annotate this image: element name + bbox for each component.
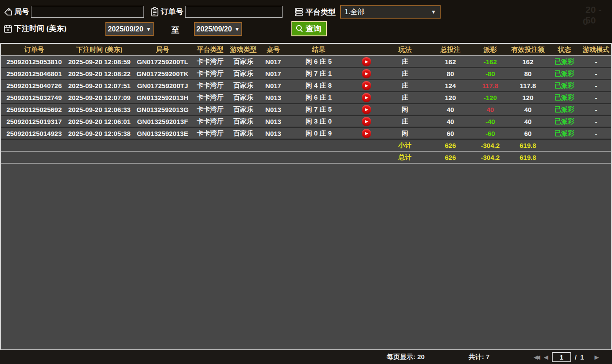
order-no-input[interactable] bbox=[185, 6, 283, 18]
play-button[interactable]: ▶ bbox=[362, 129, 371, 138]
cell-replay: ▶ bbox=[351, 81, 382, 90]
page-total: 1 bbox=[580, 353, 584, 361]
cell-total-bet: 40 bbox=[428, 106, 473, 113]
cell-replay: ▶ bbox=[351, 128, 382, 138]
subtotal-valid-bet: 619.8 bbox=[508, 142, 548, 149]
column-header: 订单号 bbox=[1, 46, 67, 54]
background-remnant-amount: 0 bbox=[583, 16, 588, 27]
column-header: 派彩 bbox=[473, 46, 508, 54]
cell-platform: 卡卡湾厅 bbox=[194, 129, 227, 138]
date-range-to-label: 至 bbox=[171, 25, 179, 35]
cell-order-no: 250920125019317 bbox=[1, 118, 67, 125]
column-header: 玩法 bbox=[382, 46, 428, 54]
date-to-button[interactable]: 2025/09/20 ▼ bbox=[194, 22, 242, 36]
cell-order-no: 250920125040726 bbox=[1, 82, 67, 89]
cell-round-no: GN017259200TL bbox=[132, 58, 194, 66]
table-row: 250920125032749 2025-09-20 12:07:09 GN01… bbox=[1, 92, 611, 104]
play-button[interactable]: ▶ bbox=[362, 57, 371, 66]
cell-result: 闲 0 庄 9 bbox=[287, 129, 351, 138]
page-input[interactable] bbox=[552, 352, 571, 362]
total-label: 总计 bbox=[382, 153, 428, 162]
cell-game-mode: - bbox=[581, 70, 611, 77]
column-header: 桌号 bbox=[260, 46, 287, 54]
cell-round-no: GN0132592013H bbox=[132, 94, 194, 101]
cell-game-type: 百家乐 bbox=[227, 70, 260, 78]
cell-platform: 卡卡湾厅 bbox=[194, 70, 227, 78]
total-total-bet: 626 bbox=[428, 154, 473, 161]
cell-valid-bet: 117.8 bbox=[508, 82, 548, 89]
date-to-value: 2025/09/20 bbox=[197, 25, 232, 33]
cell-status: 已派彩 bbox=[548, 105, 581, 114]
cell-order-no: 250920125032749 bbox=[1, 94, 67, 101]
cell-game-mode: - bbox=[581, 106, 611, 113]
cell-play-type: 庄 bbox=[382, 70, 428, 78]
pagination-prev-button[interactable]: ◀ bbox=[544, 354, 548, 360]
tag-icon bbox=[4, 8, 12, 16]
cell-game-type: 百家乐 bbox=[227, 105, 260, 114]
round-no-field: 局号 bbox=[4, 6, 144, 18]
results-table: 订单号下注时间 (美东)局号平台类型游戏类型桌号结果玩法总投注派彩有效投注额状态… bbox=[0, 43, 612, 350]
cell-result: 闲 3 庄 0 bbox=[287, 117, 351, 126]
cell-game-mode: - bbox=[581, 130, 611, 137]
subtotal-label: 小计 bbox=[382, 141, 428, 150]
platform-type-select[interactable]: 1.全部 ▼ bbox=[340, 5, 441, 19]
cell-play-type: 庄 bbox=[382, 81, 428, 90]
cell-result: 闲 6 庄 5 bbox=[287, 58, 351, 66]
column-header: 有效投注额 bbox=[508, 46, 548, 54]
cell-game-type: 百家乐 bbox=[227, 93, 260, 102]
play-button[interactable]: ▶ bbox=[362, 105, 371, 114]
cell-bet-time: 2025-09-20 12:08:22 bbox=[67, 70, 132, 77]
cell-bet-time: 2025-09-20 12:05:38 bbox=[67, 130, 132, 137]
play-button[interactable]: ▶ bbox=[362, 93, 371, 102]
cell-table-no: N013 bbox=[260, 130, 287, 137]
cell-game-type: 百家乐 bbox=[227, 129, 260, 138]
cell-valid-bet: 40 bbox=[508, 106, 548, 113]
cell-play-type: 庄 bbox=[382, 93, 428, 102]
column-header: 游戏模式 bbox=[581, 46, 611, 54]
cell-payout: 117.8 bbox=[473, 82, 508, 89]
clipboard-icon bbox=[151, 7, 159, 17]
total-row: 总计 626 -304.2 619.8 bbox=[1, 152, 611, 164]
column-header: 总投注 bbox=[428, 46, 473, 54]
cell-payout: 40 bbox=[473, 106, 508, 113]
cell-replay: ▶ bbox=[351, 105, 382, 114]
calendar-icon bbox=[4, 24, 12, 33]
date-from-button[interactable]: 2025/09/20 ▼ bbox=[105, 22, 154, 36]
pagination-first-button[interactable]: ◀◀ bbox=[534, 354, 540, 360]
bottom-status-bar: 每页显示: 20 共计: 7 ◀◀ ◀ / 1 ▶ bbox=[0, 350, 612, 364]
play-button[interactable]: ▶ bbox=[362, 117, 371, 126]
cell-order-no: 250920125014923 bbox=[1, 130, 67, 137]
platform-type-label: 平台类型 bbox=[306, 7, 336, 17]
round-no-input[interactable] bbox=[31, 6, 144, 18]
query-button[interactable]: 查询 bbox=[291, 21, 327, 36]
cell-platform: 卡卡湾厅 bbox=[194, 81, 227, 90]
cell-table-no: N017 bbox=[260, 58, 287, 66]
page-separator: / bbox=[575, 353, 577, 361]
cell-round-no: GN0132592013G bbox=[132, 106, 194, 113]
cell-table-no: N017 bbox=[260, 82, 287, 89]
total-payout: -304.2 bbox=[473, 154, 508, 161]
cell-platform: 卡卡湾厅 bbox=[194, 105, 227, 114]
cell-bet-time: 2025-09-20 12:06:01 bbox=[67, 118, 132, 125]
chevron-down-icon: ▼ bbox=[146, 26, 151, 32]
bet-time-label: 下注时间 (美东) bbox=[14, 23, 66, 34]
cell-status: 已派彩 bbox=[548, 70, 581, 78]
cell-result: 闲 6 庄 1 bbox=[287, 93, 351, 102]
search-icon bbox=[295, 24, 304, 33]
column-header: 平台类型 bbox=[194, 46, 227, 54]
pagination-next-button[interactable]: ▶ bbox=[588, 354, 601, 360]
chevron-down-icon: ▼ bbox=[235, 26, 240, 32]
query-button-label: 查询 bbox=[306, 23, 321, 34]
play-button[interactable]: ▶ bbox=[362, 81, 371, 90]
cell-status: 已派彩 bbox=[548, 81, 581, 90]
cell-valid-bet: 40 bbox=[508, 118, 548, 125]
cell-play-type: 庄 bbox=[382, 117, 428, 126]
play-button[interactable]: ▶ bbox=[362, 69, 371, 78]
cell-total-bet: 60 bbox=[428, 130, 473, 137]
cell-table-no: N013 bbox=[260, 106, 287, 113]
cell-game-mode: - bbox=[581, 58, 611, 66]
cell-bet-time: 2025-09-20 12:07:09 bbox=[67, 94, 132, 101]
cell-payout: -40 bbox=[473, 118, 508, 125]
cell-game-mode: - bbox=[581, 118, 611, 125]
cell-play-type: 闲 bbox=[382, 105, 428, 114]
